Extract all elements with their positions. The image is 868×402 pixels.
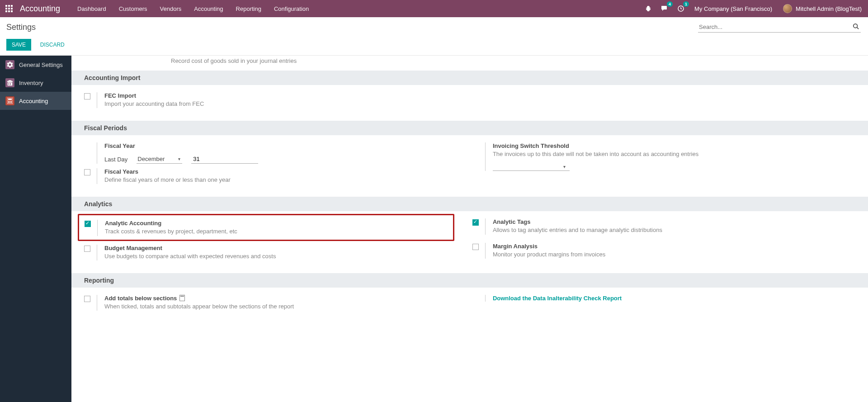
app-brand[interactable]: Accounting — [20, 4, 60, 14]
fiscal-years-checkbox[interactable] — [84, 169, 90, 175]
setting-fiscal-years: Fiscal Years Define fiscal years of more… — [84, 168, 454, 184]
setting-desc: Import your accounting data from FEC — [104, 100, 454, 108]
setting-body: Margin Analysis Monitor your product mar… — [493, 243, 843, 259]
divider — [485, 295, 486, 302]
svg-rect-17 — [9, 102, 10, 103]
main: General Settings Inventory Accounting Re… — [0, 56, 868, 402]
content[interactable]: Record cost of goods sold in your journa… — [71, 56, 868, 402]
svg-rect-18 — [11, 102, 12, 103]
divider — [485, 142, 486, 171]
setting-desc: The invoices up to this date will not be… — [493, 150, 843, 158]
sidebar-item-general[interactable]: General Settings — [0, 56, 71, 74]
control-panel: Settings — [0, 17, 868, 36]
setting-body: Analytic Accounting Track costs & revenu… — [105, 220, 448, 236]
setting-desc: When ticked, totals and subtotals appear… — [104, 303, 454, 311]
divider — [485, 243, 486, 259]
settings-col: Fiscal Year Last Day December ▾ — [84, 142, 454, 192]
setting-body: Fiscal Year Last Day December ▾ — [104, 142, 454, 164]
setting-analytic-accounting: Analytic Accounting Track costs & revenu… — [85, 220, 448, 236]
setting-body: Fiscal Years Define fiscal years of more… — [104, 168, 454, 184]
discard-button[interactable]: DISCARD — [37, 39, 68, 51]
debug-icon[interactable] — [643, 3, 654, 14]
messages-icon[interactable]: 4 — [659, 3, 670, 14]
setting-desc: Define fiscal years of more or less than… — [104, 176, 454, 184]
nav-vendors[interactable]: Vendors — [154, 5, 188, 12]
truncated-previous-setting: Record cost of goods sold in your journa… — [71, 56, 868, 70]
settings-col: Invoicing Switch Threshold The invoices … — [472, 142, 843, 192]
svg-rect-14 — [9, 101, 10, 102]
setting-desc: Monitor your product margins from invoic… — [493, 251, 843, 259]
settings-row: FEC Import Import your accounting data f… — [71, 85, 868, 120]
svg-rect-6 — [5, 10, 7, 12]
nav-reporting[interactable]: Reporting — [230, 5, 268, 12]
nav-dashboard[interactable]: Dashboard — [71, 5, 113, 12]
user-menu[interactable]: Mitchell Admin (BlogTest) — [780, 4, 864, 13]
setting-desc: Track costs & revenues by project, depar… — [105, 227, 448, 236]
search-icon[interactable] — [851, 22, 861, 32]
gear-icon — [5, 60, 14, 69]
settings-col: Download the Data Inalterability Check R… — [472, 295, 843, 319]
navbar-left: Accounting Dashboard Customers Vendors A… — [4, 3, 643, 14]
month-select[interactable]: December ▾ — [137, 155, 182, 164]
setting-add-totals: Add totals below sections When ticked, t… — [84, 295, 454, 311]
action-bar: SAVE DISCARD — [0, 36, 868, 56]
setting-title: FEC Import — [104, 92, 454, 99]
chevron-down-icon: ▾ — [563, 164, 566, 169]
setting-invoicing-threshold: Invoicing Switch Threshold The invoices … — [472, 142, 843, 171]
svg-rect-16 — [8, 102, 9, 103]
divider — [485, 218, 486, 234]
nav-accounting[interactable]: Accounting — [188, 5, 229, 12]
settings-col: Analytic Tags Allows to tag analytic ent… — [472, 218, 843, 268]
analytic-tags-checkbox[interactable] — [472, 219, 479, 226]
activities-icon[interactable]: 1 — [675, 3, 686, 14]
sidebar-item-label: General Settings — [19, 61, 63, 68]
setting-desc: Allows to tag analytic entries and to ma… — [493, 226, 843, 234]
page-title: Settings — [6, 23, 36, 32]
svg-rect-5 — [11, 8, 13, 9]
nav-customers[interactable]: Customers — [113, 5, 154, 12]
divider — [97, 220, 98, 236]
setting-body: Budget Management Use budgets to compare… — [104, 245, 454, 260]
sidebar-item-accounting[interactable]: Accounting — [0, 92, 71, 110]
setting-title: Budget Management — [104, 245, 454, 251]
svg-rect-1 — [8, 5, 10, 7]
settings-col: Add totals below sections When ticked, t… — [84, 295, 454, 319]
setting-analytic-tags: Analytic Tags Allows to tag analytic ent… — [472, 218, 843, 234]
day-input[interactable] — [191, 155, 258, 164]
svg-rect-3 — [5, 8, 7, 9]
nav-configuration[interactable]: Configuration — [268, 5, 315, 12]
settings-row: Fiscal Year Last Day December ▾ — [71, 135, 868, 196]
threshold-date-input[interactable] — [493, 162, 570, 171]
inventory-icon — [5, 78, 14, 87]
download-inalterability-link[interactable]: Download the Data Inalterability Check R… — [493, 295, 622, 302]
chevron-down-icon: ▾ — [178, 156, 180, 161]
divider — [97, 92, 97, 108]
section-analytics: Analytics — [71, 197, 868, 211]
analytic-accounting-checkbox[interactable] — [85, 221, 91, 227]
save-button[interactable]: SAVE — [6, 39, 31, 51]
sidebar-item-inventory[interactable]: Inventory — [0, 74, 71, 92]
search-input[interactable] — [698, 22, 851, 32]
setting-title: Margin Analysis — [493, 243, 843, 250]
fec-import-checkbox[interactable] — [84, 93, 90, 99]
fiscal-last-day-row: Last Day December ▾ — [104, 155, 454, 164]
user-name: Mitchell Admin (BlogTest) — [796, 5, 862, 12]
margin-checkbox[interactable] — [472, 244, 479, 250]
divider — [97, 142, 97, 164]
month-value: December — [137, 156, 165, 162]
highlight-analytic-accounting: Analytic Accounting Track costs & revenu… — [78, 214, 454, 241]
svg-rect-15 — [11, 101, 12, 102]
sidebar-item-label: Inventory — [19, 80, 43, 86]
setting-body: Add totals below sections When ticked, t… — [104, 295, 454, 311]
totals-checkbox[interactable] — [84, 296, 90, 302]
budget-checkbox[interactable] — [84, 246, 90, 252]
section-fiscal-periods: Fiscal Periods — [71, 121, 868, 135]
company-switcher[interactable]: My Company (San Francisco) — [692, 5, 775, 12]
avatar — [783, 4, 792, 13]
accounting-icon — [5, 96, 14, 105]
content-inner: Record cost of goods sold in your journa… — [71, 56, 868, 341]
settings-col: FEC Import Import your accounting data f… — [84, 92, 454, 116]
search-box — [698, 22, 861, 33]
section-reporting: Reporting — [71, 273, 868, 288]
apps-icon[interactable] — [4, 3, 14, 14]
